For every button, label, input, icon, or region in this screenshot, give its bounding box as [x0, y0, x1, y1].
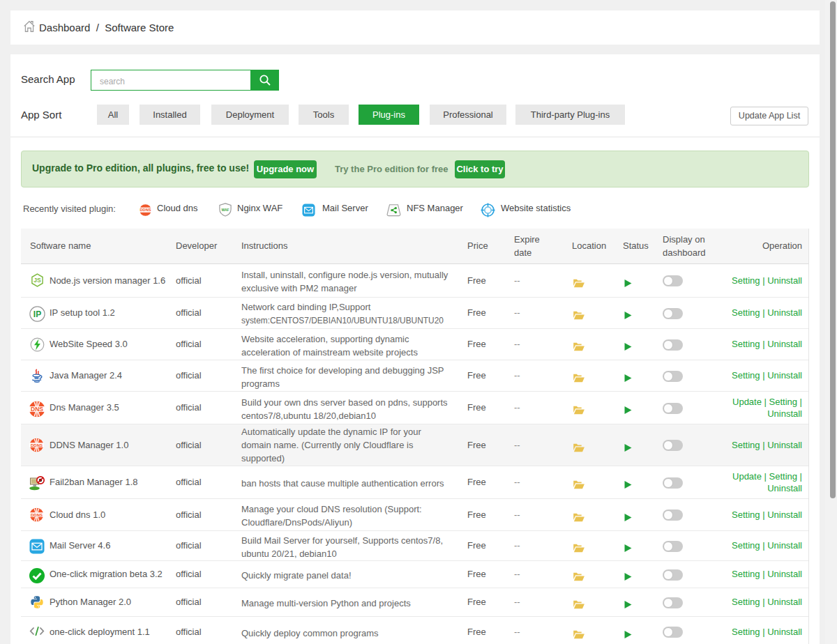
svg-text:WAF: WAF [221, 208, 229, 212]
svg-text:DDNS: DDNS [31, 443, 43, 447]
svg-text:DDNS: DDNS [140, 208, 151, 212]
svg-text:DNS: DNS [31, 405, 43, 412]
svg-text:JS: JS [33, 277, 41, 284]
svg-text:IP: IP [33, 309, 41, 319]
svg-text:DDNS: DDNS [31, 513, 43, 517]
